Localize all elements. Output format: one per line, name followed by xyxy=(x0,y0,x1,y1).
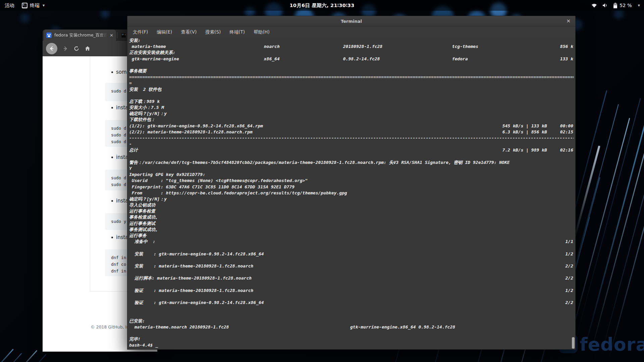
terminal-line: 安装: xyxy=(129,38,574,44)
window-title: Terminal xyxy=(127,16,575,27)
terminal-line: 安装 : gtk-murrine-engine-0.98.2-14.fc28.x… xyxy=(129,251,574,257)
terminal-menubar: 文件(F)编辑(E)查看(V)搜索(S)终端(T)帮助(H) xyxy=(127,27,575,37)
terminal-line: ----------------------------------------… xyxy=(129,135,574,141)
terminal-line: - xyxy=(129,141,574,147)
terminal-line xyxy=(129,93,574,99)
menu-item-3[interactable]: 搜索(S) xyxy=(205,29,221,35)
terminal-line: 总计7.2 kB/s | 989 kB 02:16 xyxy=(129,147,574,153)
chevron-down-icon: ▼ xyxy=(43,4,45,7)
terminal-line: 验证 : gtk-murrine-engine-0.98.2-14.fc28.x… xyxy=(129,300,574,306)
terminal-window: Terminal ✕ 文件(F)编辑(E)查看(V)搜索(S)终端(T)帮助(H… xyxy=(127,16,576,350)
terminal-line: (1/2): gtk-murrine-engine-0.98.2-14.fc28… xyxy=(129,123,574,129)
app-menu-terminal[interactable]: $_ 终端 ▼ xyxy=(22,2,45,9)
clock[interactable]: 10月6日 星期六, 21∶30∶33 xyxy=(0,2,644,9)
terminal-line: = xyxy=(129,80,574,86)
terminal-line: 事务测试成功。 xyxy=(129,227,574,233)
activities-button[interactable]: 活动 xyxy=(5,2,14,9)
terminal-line xyxy=(129,282,574,288)
battery-icon xyxy=(613,3,618,8)
terminal-line: 警告：/var/cache/dnf/tcg-themes-7b5cf484820… xyxy=(129,160,574,166)
terminal-line: Importing GPG key 0x92E1D779: xyxy=(129,172,574,178)
menu-item-5[interactable]: 帮助(H) xyxy=(254,29,270,35)
terminal-cursor: _ xyxy=(155,343,158,348)
terminal-line: 完毕! xyxy=(129,336,574,342)
terminal-line: 下载软件包： xyxy=(129,117,574,123)
terminal-line: Y xyxy=(129,166,574,172)
close-icon[interactable]: ✕ xyxy=(566,16,571,27)
terminal-line xyxy=(129,306,574,312)
terminal-line: 准备中 :1/1 xyxy=(129,239,574,245)
wallpaper-fiber xyxy=(0,349,14,362)
terminal-line xyxy=(129,294,574,300)
menu-item-0[interactable]: 文件(F) xyxy=(133,29,148,35)
back-icon xyxy=(49,46,55,52)
wallpaper-fiber xyxy=(19,350,38,362)
terminal-line: 已安装: xyxy=(129,318,574,324)
wallpaper-fiber xyxy=(608,131,644,358)
terminal-line: materia-themenoarch20180928-1.fc28tcg-th… xyxy=(129,44,574,50)
tab2-favicon: IF:1 xyxy=(121,33,126,38)
terminal-line xyxy=(129,245,574,251)
terminal-line: 安装 : materia-theme-20180928-1.fc28.noarc… xyxy=(129,263,574,269)
terminal-line: bash-4.4$ _ xyxy=(129,342,574,348)
menu-item-1[interactable]: 编辑(E) xyxy=(157,29,172,35)
terminal-line: 运行事务测试 xyxy=(129,221,574,227)
terminal-line xyxy=(129,269,574,275)
desktop: f fedora 活动 $_ 终端 ▼ 10月6日 星期六, 21∶30∶33 xyxy=(0,0,644,362)
terminal-line: 安装大小：7.5 M xyxy=(129,105,574,111)
baidu-favicon xyxy=(46,33,52,38)
terminal-line xyxy=(129,312,574,318)
list-item: insta xyxy=(111,105,128,111)
battery-percent: 52 % xyxy=(620,3,632,8)
terminal-line: Fingerprint: 63BC 47A6 C71C 3C85 11D0 8C… xyxy=(129,184,574,190)
tray-caret-icon: ▼ xyxy=(638,4,640,7)
terminal-output[interactable]: 安装: materia-themenoarch20180928-1.fc28tc… xyxy=(127,37,575,350)
terminal-line xyxy=(129,154,574,160)
tab-close-icon[interactable]: ✕ xyxy=(110,33,113,38)
wallpaper-fiber xyxy=(34,354,46,362)
terminal-line: materia-theme.noarch 20180928-1.fc28gtk-… xyxy=(129,324,574,330)
tab-separator xyxy=(117,32,117,38)
terminal-line: 运行事务 xyxy=(129,233,574,239)
page-sidebar-border xyxy=(90,56,90,291)
list-item: insta xyxy=(111,154,128,160)
terminal-titlebar[interactable]: Terminal ✕ xyxy=(127,16,575,27)
reload-icon[interactable] xyxy=(73,46,79,52)
scrollbar-thumb[interactable] xyxy=(572,337,575,349)
terminal-line: 确定吗？[y/N]：y xyxy=(129,111,574,117)
terminal-line: 事务检查成功。 xyxy=(129,214,574,220)
wallpaper-fiber xyxy=(574,98,641,345)
terminal-line: 验证 : materia-theme-20180928-1.fc28.noarc… xyxy=(129,288,574,294)
terminal-line: 正在安装安装依赖关系: xyxy=(129,50,574,56)
browser-tab-active[interactable]: fedora 安装chrome_百度搜 ✕ xyxy=(44,29,116,41)
terminal-line: From : https://copr-be.cloud.fedoraproje… xyxy=(129,190,574,196)
terminal-line: 运行事务检查 xyxy=(129,208,574,214)
terminal-line: Userid : "tcg_themes (None) <tcg#themes@… xyxy=(129,178,574,184)
terminal-line: 确定吗？[y/N]：y xyxy=(129,196,574,202)
terminal-line: (2/2): materia-theme-20180928-1.fc28.noa… xyxy=(129,129,574,135)
home-icon[interactable] xyxy=(85,46,91,52)
list-item: insta xyxy=(111,234,128,240)
page-footer-copyright: © 2018 GitHub, Inc. xyxy=(91,324,133,329)
menu-item-4[interactable]: 终端(T) xyxy=(229,29,245,35)
back-button[interactable] xyxy=(46,43,57,54)
terminal-line: ========================================… xyxy=(129,74,574,80)
wifi-icon xyxy=(591,3,597,8)
terminal-line: 导入公钥成功 xyxy=(129,202,574,208)
terminal-line: 事务概要 xyxy=(129,68,574,74)
menu-item-2[interactable]: 查看(V) xyxy=(181,29,197,35)
terminal-line: 安装 2 软件包 xyxy=(129,86,574,93)
gnome-top-bar: 活动 $_ 终端 ▼ 10月6日 星期六, 21∶30∶33 xyxy=(0,0,644,11)
wallpaper-bokeh xyxy=(20,13,30,23)
volume-icon xyxy=(602,3,608,8)
app-menu-label: 终端 xyxy=(30,2,40,9)
terminal-line: gtk-murrine-enginex86_640.98.2-14.fc28fe… xyxy=(129,56,574,62)
list-item: som xyxy=(111,69,127,75)
system-tray[interactable]: 52 % ▼ xyxy=(591,3,640,8)
terminal-app-icon: $_ xyxy=(22,3,28,8)
wallpaper-fiber xyxy=(584,115,644,348)
tab-title: fedora 安装chrome_百度搜 xyxy=(54,33,107,38)
terminal-line: 运行脚本: materia-theme-20180928-1.fc28.noar… xyxy=(129,275,574,281)
forward-icon[interactable] xyxy=(62,46,68,52)
terminal-line: 总下载：989 k xyxy=(129,99,574,105)
